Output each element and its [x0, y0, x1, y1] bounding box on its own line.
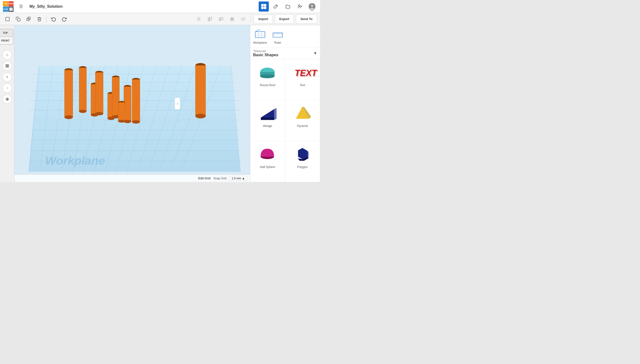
svg-point-70: [65, 116, 73, 119]
project-title: My_Silly_Solution: [30, 4, 256, 9]
logo-tin: TIN: [3, 1, 8, 6]
canvas-svg: Workplane: [15, 25, 250, 182]
folder-button[interactable]: [283, 2, 293, 12]
edit-grid-button[interactable]: Edit Grid: [198, 177, 211, 180]
workplane-tool[interactable]: Workplane: [253, 28, 267, 44]
ungroup-button[interactable]: [216, 14, 226, 24]
zoom-in-button[interactable]: +: [3, 72, 12, 82]
logo-cad: CAD: [3, 6, 8, 12]
polygon-icon: [293, 144, 312, 164]
home-button[interactable]: ⌂: [3, 50, 12, 60]
svg-rect-0: [261, 4, 264, 6]
svg-rect-97: [132, 80, 139, 121]
text-label: Text: [300, 84, 305, 87]
toolbar: Import Export Send To: [0, 13, 320, 25]
shapes-grid: Round Roof TEXT TEXT Text: [250, 60, 320, 182]
group-button[interactable]: [205, 14, 215, 24]
svg-point-74: [79, 110, 87, 113]
svg-rect-36: [8, 66, 9, 67]
zoom-out-button[interactable]: −: [3, 84, 12, 93]
menu-icon-button[interactable]: ☰: [17, 2, 26, 11]
fit-view-button[interactable]: [3, 61, 12, 70]
svg-marker-126: [261, 109, 274, 118]
panel-tools: Workplane Ruler: [250, 25, 320, 48]
grid-bottom-bar: Edit Grid Snap Grid 1.0 mm ▲: [15, 174, 250, 182]
round-roof-icon: [258, 63, 277, 82]
delete-button[interactable]: [35, 14, 44, 24]
svg-rect-69: [65, 70, 73, 116]
snap-grid-label: Snap Grid: [214, 177, 227, 180]
toolbar-right-tools: Import Export Send To: [194, 14, 317, 24]
send-to-button[interactable]: Send To: [296, 14, 317, 24]
tinkercad-logo: TIN KER CAD ⬜: [3, 1, 14, 12]
workplane-label: Workplane: [253, 41, 267, 44]
half-sphere-icon: [258, 144, 277, 164]
shape-round-roof[interactable]: Round Roof: [250, 60, 285, 100]
logo-icon: ⬜: [9, 6, 14, 12]
half-sphere-label: Half Sphere: [260, 165, 275, 169]
import-button[interactable]: Import: [254, 14, 273, 24]
svg-marker-127: [261, 118, 274, 120]
svg-rect-30: [231, 18, 233, 18]
light-button[interactable]: [194, 14, 203, 24]
svg-rect-73: [80, 68, 86, 110]
undo-button[interactable]: [49, 14, 58, 24]
ruler-tool[interactable]: Ruler: [272, 28, 284, 44]
ruler-icon: [272, 28, 284, 40]
shape-text[interactable]: TEXT TEXT Text: [285, 60, 320, 100]
shapes-category-header: Tinkercad Basic Shapes ▼: [250, 48, 320, 60]
canvas-area[interactable]: Workplane Edit Grid Snap Grid 1.0 mm ▲ ›: [15, 25, 250, 182]
header: TIN KER CAD ⬜ ☰ My_Silly_Solution: [0, 0, 320, 13]
pyramid-icon: [293, 104, 312, 123]
export-button[interactable]: Export: [275, 14, 294, 24]
svg-rect-31: [231, 19, 234, 20]
shape-wedge[interactable]: Wedge: [250, 100, 285, 141]
view-cube[interactable]: TOP FRONT: [0, 29, 15, 46]
svg-rect-27: [221, 18, 223, 20]
wedge-label: Wedge: [263, 124, 272, 128]
svg-rect-81: [96, 72, 103, 112]
grid-view-button[interactable]: [259, 2, 269, 12]
svg-point-82: [95, 112, 103, 116]
snap-grid-value: 1.0 mm ▲: [229, 176, 247, 181]
polygon-label: Polygon: [297, 165, 308, 169]
toolbar-divider-2: [251, 14, 251, 22]
svg-line-19: [200, 20, 200, 20]
shapes-dropdown-button[interactable]: ▼: [313, 51, 317, 56]
perspective-button[interactable]: [3, 94, 12, 104]
svg-point-15: [198, 18, 200, 20]
text-3d-icon: TEXT TEXT: [293, 63, 312, 82]
svg-point-106: [195, 114, 206, 118]
svg-rect-26: [219, 18, 221, 20]
svg-rect-2: [261, 7, 264, 9]
workplane-icon: [254, 28, 266, 40]
panel-collapse-handle[interactable]: ›: [175, 98, 180, 110]
round-roof-label: Round Roof: [260, 84, 275, 87]
copy-button[interactable]: [14, 14, 23, 24]
mirror-button[interactable]: [239, 14, 248, 24]
shapes-category-label: Tinkercad: [253, 50, 278, 53]
redo-button[interactable]: [60, 14, 69, 24]
svg-point-98: [132, 120, 140, 124]
add-user-button[interactable]: [295, 2, 305, 12]
svg-point-9: [311, 4, 313, 7]
avatar-button[interactable]: [307, 2, 317, 12]
new-button[interactable]: [3, 14, 12, 24]
hammer-button[interactable]: [271, 2, 281, 12]
svg-text:Workplane: Workplane: [45, 154, 105, 167]
view-cube-top: TOP: [0, 29, 13, 37]
duplicate-button[interactable]: [24, 14, 33, 24]
svg-rect-105: [196, 66, 205, 115]
svg-point-102: [118, 120, 125, 122]
svg-rect-3: [264, 7, 266, 9]
view-cube-front: FRONT: [0, 37, 13, 44]
shape-pyramid[interactable]: Pyramid: [285, 100, 320, 141]
toolbar-divider: [46, 16, 47, 23]
shape-polygon[interactable]: Polygon: [285, 141, 320, 182]
svg-rect-34: [8, 64, 9, 66]
svg-rect-1: [264, 4, 266, 6]
pyramid-label: Pyramid: [297, 124, 308, 128]
shape-half-sphere[interactable]: Half Sphere: [250, 141, 285, 182]
align-button[interactable]: [228, 14, 237, 24]
svg-line-109: [255, 29, 260, 32]
